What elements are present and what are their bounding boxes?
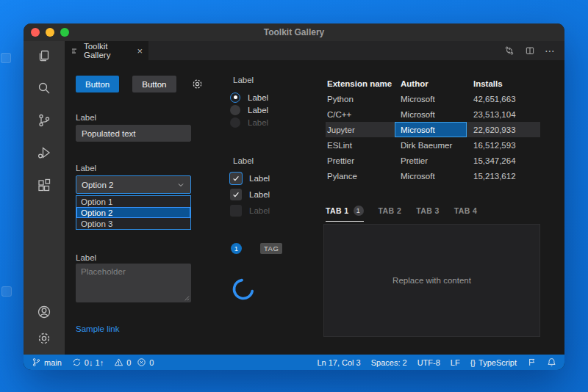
text-area[interactable]	[76, 264, 191, 302]
grid-header-installs: Installs	[467, 76, 540, 91]
close-window-button[interactable]	[31, 28, 40, 37]
activity-bar	[24, 41, 65, 355]
table-row[interactable]: Python Microsoft 42,651,663	[326, 91, 540, 106]
warning-icon	[114, 357, 123, 367]
badge: 1	[231, 243, 242, 254]
radio-option-selected[interactable]: Label	[230, 92, 268, 103]
checkbox-group-label: Label	[233, 156, 254, 165]
settings-gear-icon[interactable]	[35, 330, 53, 347]
table-row[interactable]: ESLint Dirk Baeumer 16,512,593	[326, 137, 540, 153]
dropdown-option-1[interactable]: Option 1	[76, 196, 190, 207]
git-branch-icon	[32, 357, 41, 367]
primary-button[interactable]: Button	[76, 76, 119, 92]
indentation-indicator[interactable]: Spaces: 2	[371, 358, 407, 367]
file-preview-icon	[71, 46, 79, 56]
bell-icon	[547, 357, 556, 367]
problems-indicator[interactable]: 0 0	[114, 357, 154, 367]
desktop-background: Toolkit Gallery	[0, 0, 588, 392]
tab-1[interactable]: TAB 1 1	[326, 203, 364, 222]
secondary-button[interactable]: Button	[132, 76, 176, 92]
tab-3[interactable]: TAB 3	[416, 203, 440, 222]
more-actions-icon[interactable]: ⋯	[545, 45, 556, 57]
wallpaper-shape	[1, 286, 12, 297]
encoding-indicator[interactable]: UTF-8	[417, 358, 440, 367]
run-debug-icon[interactable]	[35, 144, 53, 161]
traffic-lights	[24, 28, 69, 37]
feedback-indicator[interactable]	[527, 357, 537, 367]
toolkit-gallery-canvas: Button Button Label Label Optio	[65, 60, 564, 355]
gear-icon	[191, 78, 204, 90]
cursor-position[interactable]: Ln 17, Col 3	[317, 358, 360, 367]
table-row[interactable]: Prettier Prettier 15,347,264	[326, 153, 540, 168]
open-changes-icon[interactable]	[503, 45, 515, 57]
chevron-down-icon	[176, 181, 185, 189]
editor-tab-strip: Toolkit Gallery × ⋯	[65, 41, 564, 60]
panel-placeholder-text: Replace with content	[392, 276, 471, 285]
tab-toolkit-gallery[interactable]: Toolkit Gallery ×	[65, 41, 148, 60]
branch-indicator[interactable]: main	[32, 357, 62, 367]
search-icon[interactable]	[35, 79, 53, 97]
radio-icon	[230, 105, 240, 115]
grid-header-row: Extension name Author Installs	[326, 76, 540, 91]
checkbox-option-checked[interactable]: Label	[230, 188, 270, 200]
text-field-label: Label	[76, 113, 96, 122]
table-row[interactable]: C/C++ Microsoft 23,513,104	[326, 106, 540, 122]
dropdown-label: Label	[76, 164, 96, 173]
tab-2[interactable]: TAB 2	[379, 203, 402, 222]
radio-option-disabled: Label	[230, 117, 268, 128]
sample-link[interactable]: Sample link	[76, 324, 119, 333]
notifications-indicator[interactable]	[547, 357, 556, 367]
gear-icon-button[interactable]	[190, 76, 206, 92]
grid-header-extension: Extension name	[326, 76, 395, 91]
eol-indicator[interactable]: LF	[451, 358, 460, 367]
checkbox-checked-icon	[230, 173, 242, 184]
badge-tag-row: 1 TAG	[231, 243, 282, 254]
split-editor-icon[interactable]	[524, 45, 536, 57]
checkbox-option-checked-focused[interactable]: Label	[230, 172, 270, 184]
editor-tab-title: Toolkit Gallery	[84, 42, 132, 59]
progress-ring	[231, 277, 256, 305]
title-bar: Toolkit Gallery	[24, 23, 564, 41]
dropdown-option-2[interactable]: Option 2	[76, 207, 190, 218]
radio-icon	[230, 117, 240, 128]
checkbox-group: Label Label Label	[230, 172, 270, 220]
tab-4[interactable]: TAB 4	[454, 203, 478, 222]
status-bar: main 0↓ 1↑ 0 0 Ln 17, Col 3	[24, 355, 564, 370]
tag: TAG	[260, 243, 282, 254]
wallpaper-shape	[1, 53, 11, 63]
radio-group: Label Label Label	[230, 92, 268, 129]
dropdown-listbox: Option 1 Option 2 Option 3	[76, 195, 191, 230]
sync-icon	[72, 357, 82, 367]
dropdown-option-3[interactable]: Option 3	[76, 218, 190, 229]
tab-badge: 1	[354, 206, 364, 216]
radio-icon	[230, 92, 240, 103]
radio-group-label: Label	[233, 76, 254, 84]
button-row: Button Button	[76, 76, 206, 92]
selected-cell[interactable]: Microsoft	[395, 122, 467, 137]
zoom-window-button[interactable]	[60, 28, 69, 37]
text-field[interactable]	[76, 125, 191, 142]
accounts-icon[interactable]	[35, 303, 53, 321]
window-title: Toolkit Gallery	[24, 27, 564, 37]
table-row[interactable]: Pylance Microsoft 15,213,612	[326, 168, 540, 184]
textarea-label: Label	[76, 253, 96, 262]
minimize-window-button[interactable]	[46, 28, 54, 37]
vscode-window: Toolkit Gallery	[24, 23, 564, 370]
radio-option[interactable]: Label	[230, 104, 268, 115]
checkbox-checked-icon	[230, 189, 242, 200]
editor-actions: ⋯	[503, 41, 564, 60]
panel-view: Replace with content	[323, 224, 540, 337]
table-row-selected[interactable]: Jupyter Microsoft 22,620,933	[326, 122, 540, 137]
dropdown-value: Option 2	[82, 181, 113, 189]
sync-indicator[interactable]: 0↓ 1↑	[72, 357, 104, 367]
extensions-icon[interactable]	[35, 176, 53, 194]
grid-header-author: Author	[395, 76, 467, 91]
checkbox-option-disabled: Label	[230, 204, 270, 217]
language-indicator[interactable]: {} TypeScript	[470, 358, 517, 367]
explorer-icon[interactable]	[35, 47, 53, 65]
dropdown[interactable]: Option 2	[76, 175, 191, 194]
close-tab-icon[interactable]: ×	[137, 46, 143, 56]
feedback-flag-icon	[527, 357, 537, 367]
source-control-icon[interactable]	[35, 112, 53, 129]
data-grid: Extension name Author Installs Python Mi…	[326, 76, 540, 184]
